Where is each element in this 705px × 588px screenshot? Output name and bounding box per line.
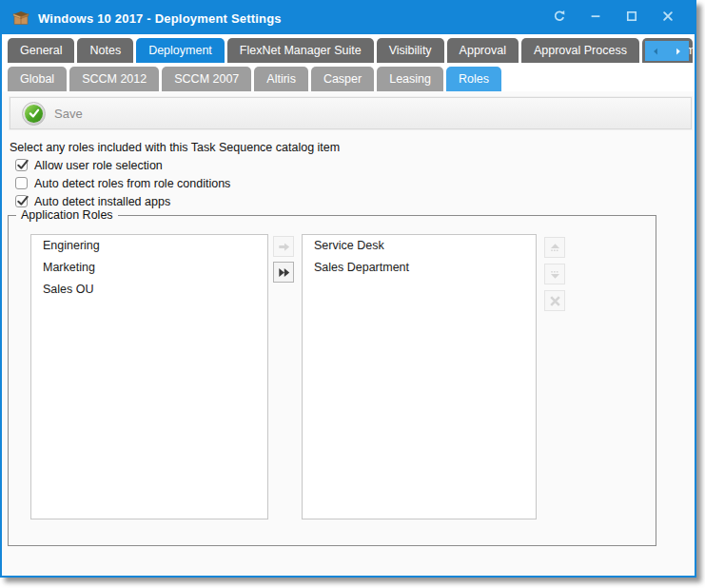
tab-flexnet-manager-suite[interactable]: FlexNet Manager Suite (227, 38, 374, 63)
package-icon (11, 9, 30, 28)
save-button[interactable]: Save (10, 98, 94, 128)
tab-general[interactable]: General (8, 38, 74, 63)
toolbar: Save (10, 97, 692, 129)
checked-checkbox-icon[interactable] (15, 159, 28, 171)
close-icon (661, 10, 675, 27)
list-item-enginering[interactable]: Enginering (31, 235, 267, 257)
available-roles-list[interactable]: EngineringMarketingSales OU (30, 234, 268, 519)
subtab-sccm-2007[interactable]: SCCM 2007 (162, 67, 251, 91)
window-controls (552, 10, 685, 26)
remove-button[interactable] (544, 290, 565, 311)
subtab-sccm-2012[interactable]: SCCM 2012 (69, 67, 159, 91)
subtab-leasing[interactable]: Leasing (377, 67, 443, 91)
tab-approval[interactable]: Approval (447, 38, 519, 63)
minimize-button[interactable] (588, 10, 603, 26)
subtab-altiris[interactable]: Altiris (254, 67, 308, 91)
double-arrow-right-icon (277, 265, 291, 280)
refresh-button[interactable] (552, 10, 567, 26)
checkbox-label: Allow user role selection (34, 159, 163, 172)
tab-scroller[interactable] (645, 41, 689, 61)
deployment-settings-window: Windows 10 2017 - Deployment Settings Ge… (0, 0, 696, 578)
instruction-text: Select any roles included with this Task… (10, 141, 340, 154)
delete-x-icon (548, 294, 562, 308)
checkbox-allow-user-role-selection[interactable]: Allow user role selection (15, 156, 230, 174)
move-right-button[interactable] (273, 236, 294, 257)
subtab-global[interactable]: Global (8, 67, 67, 91)
list-item-marketing[interactable]: Marketing (31, 257, 267, 279)
subtab-roles[interactable]: Roles (446, 67, 501, 91)
assigned-roles-list[interactable]: Service DeskSales Department (302, 234, 537, 519)
checked-checkbox-icon[interactable] (15, 195, 28, 207)
move-down-button[interactable] (544, 264, 565, 284)
titlebar: Windows 10 2017 - Deployment Settings (2, 2, 695, 34)
save-button-label: Save (54, 107, 83, 121)
arrow-right-icon (277, 240, 291, 254)
checkbox-label: Auto detect installed apps (34, 195, 170, 208)
main-tab-row: GeneralNotesDeploymentFlexNet Manager Su… (8, 38, 693, 63)
tab-deployment[interactable]: Deployment (136, 38, 225, 63)
subtab-casper[interactable]: Casper (311, 67, 374, 91)
check-circle-icon (22, 102, 46, 126)
arrow-up-icon (548, 241, 562, 255)
chevron-left-icon[interactable] (650, 46, 661, 57)
close-button[interactable] (660, 10, 676, 26)
unchecked-checkbox-icon[interactable] (15, 177, 28, 189)
list-item-service-desk[interactable]: Service Desk (303, 235, 536, 257)
role-options-group: Allow user role selectionAuto detect rol… (15, 156, 230, 210)
move-up-button[interactable] (544, 237, 565, 258)
chevron-right-icon[interactable] (673, 46, 684, 57)
tab-approval-process[interactable]: Approval Process (521, 38, 639, 63)
tab-visibility[interactable]: Visibility (377, 38, 444, 63)
list-item-sales-ou[interactable]: Sales OU (31, 279, 267, 301)
maximize-button[interactable] (624, 10, 639, 26)
maximize-icon (625, 10, 638, 27)
minimize-icon (589, 10, 602, 27)
checkbox-label: Auto detect roles from role conditions (34, 177, 230, 190)
roles-tab-panel: Save Select any roles included with this… (2, 91, 695, 576)
arrow-down-icon (548, 267, 562, 282)
window-title: Windows 10 2017 - Deployment Settings (38, 11, 282, 26)
tab-notes[interactable]: Notes (77, 38, 133, 63)
refresh-icon (553, 10, 566, 27)
move-all-right-button[interactable] (273, 262, 294, 283)
list-item-sales-department[interactable]: Sales Department (303, 257, 536, 279)
application-roles-groupbox: Application Roles EngineringMarketingSal… (8, 215, 656, 546)
sub-tab-row: GlobalSCCM 2012SCCM 2007AltirisCasperLea… (8, 67, 693, 91)
groupbox-label: Application Roles (16, 208, 118, 222)
checkbox-auto-detect-roles-from-role-conditions[interactable]: Auto detect roles from role conditions (15, 174, 230, 192)
